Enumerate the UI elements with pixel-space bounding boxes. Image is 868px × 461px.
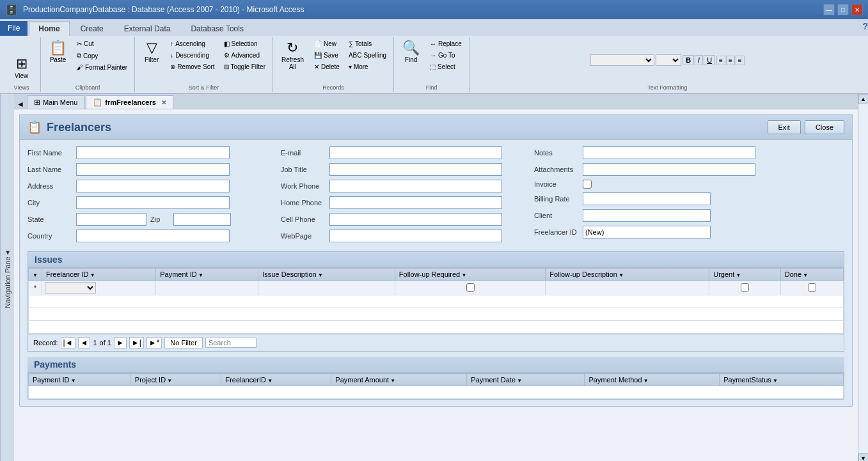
email-input[interactable] — [329, 146, 502, 159]
payments-col-date[interactable]: Payment Date — [467, 374, 585, 386]
issues-followup-checkbox[interactable] — [466, 283, 475, 292]
issues-done-checkbox[interactable] — [808, 283, 816, 292]
issues-col-freelancer-id[interactable]: Freelancer ID — [42, 269, 155, 281]
tab-database-tools[interactable]: Database Tools — [181, 21, 253, 36]
issues-new-btn[interactable]: ►* — [146, 337, 162, 348]
issues-cell-issue-desc[interactable] — [258, 281, 395, 295]
minimize-btn[interactable]: — — [823, 4, 835, 15]
help-btn[interactable]: ? — [862, 21, 868, 36]
ascending-button[interactable]: ↑ Ascending — [167, 38, 217, 49]
city-input[interactable] — [76, 196, 230, 209]
tab-frm-freelancers[interactable]: 📋 frmFreelancers ✕ — [86, 95, 173, 109]
issues-col-followup-desc[interactable]: Follow-up Description — [546, 269, 709, 281]
format-painter-button[interactable]: 🖌 Format Painter — [74, 62, 130, 73]
country-input[interactable] — [76, 230, 230, 242]
close-form-button[interactable]: Close — [805, 120, 844, 134]
issues-cell-done[interactable] — [780, 281, 843, 295]
tab-main-menu[interactable]: ⊞ Main Menu — [27, 95, 84, 109]
replace-button[interactable]: ↔ Replace — [427, 38, 465, 49]
paste-button[interactable]: 📋 Paste — [45, 38, 71, 66]
align-center-btn[interactable]: ≡ — [726, 56, 735, 65]
issues-cell-payment-id[interactable] — [156, 281, 258, 295]
issues-cell-urgent[interactable] — [709, 281, 781, 295]
spelling-button[interactable]: ABC Spelling — [345, 50, 390, 61]
scroll-down-btn[interactable]: ▼ — [858, 453, 869, 461]
close-app-btn[interactable]: ✕ — [851, 4, 863, 15]
descending-button[interactable]: ↓ Descending — [167, 50, 217, 61]
issues-urgent-checkbox[interactable] — [741, 283, 749, 292]
more-button[interactable]: ▾ More — [345, 61, 390, 72]
new-record-button[interactable]: 📄 New — [311, 38, 343, 49]
payments-col-method[interactable]: Payment Method — [585, 374, 720, 386]
goto-button[interactable]: → Go To — [427, 50, 465, 61]
view-button[interactable]: ⊞ View — [9, 54, 35, 82]
issues-next-btn[interactable]: ► — [114, 337, 127, 348]
payments-col-status[interactable]: PaymentStatus — [720, 374, 844, 386]
issues-col-payment-id[interactable]: Payment ID — [156, 269, 258, 281]
close-tab-btn[interactable]: ✕ — [161, 99, 166, 106]
toggle-filter-button[interactable]: ⊟ Toggle Filter — [221, 61, 269, 72]
issues-col-done[interactable]: Done — [780, 269, 843, 281]
tab-home[interactable]: Home — [29, 21, 69, 36]
notes-input[interactable] — [583, 146, 755, 159]
payments-col-freelancer-id[interactable]: FreelancerID — [221, 374, 331, 386]
issues-col-followup-req[interactable]: Follow-up Required — [395, 269, 545, 281]
issues-col-select[interactable] — [29, 269, 42, 281]
issues-col-issue-desc[interactable]: Issue Description — [258, 269, 395, 281]
tab-external-data[interactable]: External Data — [114, 21, 180, 36]
issues-cell-followup-desc[interactable] — [546, 281, 709, 295]
scroll-up-btn[interactable]: ▲ — [858, 94, 869, 104]
issues-last-btn[interactable]: ►| — [129, 337, 144, 348]
issues-prev-btn[interactable]: ◄ — [78, 337, 91, 348]
payments-col-project-id[interactable]: Project ID — [130, 374, 221, 386]
zip-input[interactable] — [173, 213, 231, 226]
find-button[interactable]: 🔍 Find — [398, 38, 424, 66]
select-button[interactable]: ⬚ Select — [427, 61, 465, 72]
cell-phone-input[interactable] — [329, 213, 502, 226]
address-input[interactable] — [76, 180, 230, 192]
exit-button[interactable]: Exit — [768, 120, 801, 134]
maximize-btn[interactable]: □ — [837, 4, 849, 15]
filter-button[interactable]: ▽ Filter — [139, 38, 164, 66]
italic-btn[interactable]: I — [695, 55, 703, 65]
align-right-btn[interactable]: ≡ — [736, 56, 745, 65]
issues-freelancer-id-select[interactable] — [45, 282, 96, 293]
client-input[interactable] — [583, 209, 711, 222]
tab-nav-left[interactable]: ◄ — [14, 100, 27, 109]
home-phone-input[interactable] — [329, 196, 502, 209]
advanced-button[interactable]: ⚙ Advanced — [221, 50, 269, 61]
save-button[interactable]: 💾 Save — [311, 50, 343, 61]
navigation-pane[interactable]: Navigation Pane ◄ — [0, 94, 14, 461]
refresh-all-button[interactable]: ↻ Refresh All — [277, 38, 308, 73]
tab-file[interactable]: File — [0, 21, 28, 36]
issues-search-input[interactable] — [205, 338, 256, 348]
bold-btn[interactable]: B — [683, 55, 694, 65]
totals-button[interactable]: ∑ Totals — [345, 38, 390, 49]
work-phone-input[interactable] — [329, 180, 502, 192]
attachments-input[interactable] — [583, 163, 755, 176]
first-name-input[interactable] — [76, 146, 230, 159]
issues-first-btn[interactable]: |◄ — [61, 337, 75, 348]
job-title-input[interactable] — [329, 163, 502, 176]
issues-no-filter-btn[interactable]: No Filter — [164, 337, 203, 348]
invoice-checkbox[interactable] — [583, 180, 592, 189]
underline-btn[interactable]: U — [704, 55, 715, 65]
webpage-input[interactable] — [329, 230, 502, 242]
font-size-select[interactable] — [656, 54, 681, 66]
tab-create[interactable]: Create — [71, 21, 113, 36]
issues-col-urgent[interactable]: Urgent — [709, 269, 781, 281]
delete-button[interactable]: ✕ Delete — [311, 61, 343, 72]
freelancer-id-input[interactable] — [583, 226, 711, 238]
selection-button[interactable]: ◧ Selection — [221, 38, 269, 49]
font-name-select[interactable] — [590, 54, 654, 66]
last-name-input[interactable] — [76, 163, 230, 176]
cut-button[interactable]: ✂ Cut — [74, 38, 130, 49]
scroll-track[interactable] — [858, 104, 868, 453]
remove-sort-button[interactable]: ⊗ Remove Sort — [167, 61, 217, 72]
align-left-btn[interactable]: ≡ — [716, 56, 725, 65]
payments-col-payment-id[interactable]: Payment ID — [29, 374, 131, 386]
issues-cell-followup-req[interactable] — [395, 281, 545, 295]
billing-rate-input[interactable] — [583, 192, 711, 205]
payments-col-amount[interactable]: Payment Amount — [331, 374, 467, 386]
state-input[interactable] — [76, 213, 146, 226]
